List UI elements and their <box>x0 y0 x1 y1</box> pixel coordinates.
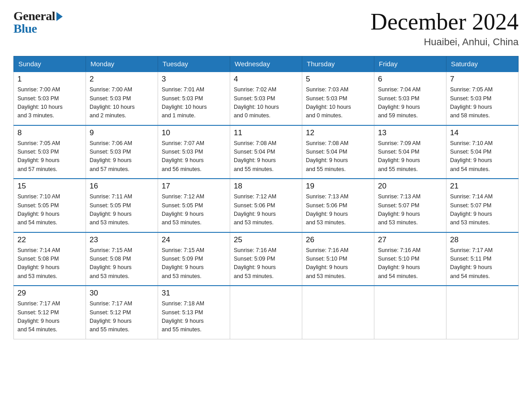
calendar-cell: 7Sunrise: 7:05 AM Sunset: 5:03 PM Daylig… <box>446 72 519 125</box>
calendar-week-row: 15Sunrise: 7:10 AM Sunset: 5:05 PM Dayli… <box>14 179 519 232</box>
calendar-week-row: 1Sunrise: 7:00 AM Sunset: 5:03 PM Daylig… <box>14 72 519 125</box>
day-number: 9 <box>90 128 154 137</box>
calendar-week-row: 22Sunrise: 7:14 AM Sunset: 5:08 PM Dayli… <box>14 232 519 286</box>
calendar-cell: 11Sunrise: 7:08 AM Sunset: 5:04 PM Dayli… <box>230 125 302 179</box>
location-title: Huaibei, Anhui, China <box>370 36 519 48</box>
day-number: 4 <box>234 75 298 84</box>
calendar-cell: 3Sunrise: 7:01 AM Sunset: 5:03 PM Daylig… <box>158 72 230 125</box>
day-info: Sunrise: 7:09 AM Sunset: 5:04 PM Dayligh… <box>378 139 442 174</box>
calendar-cell <box>302 286 374 339</box>
day-number: 3 <box>162 75 226 84</box>
day-info: Sunrise: 7:16 AM Sunset: 5:10 PM Dayligh… <box>306 246 370 281</box>
day-info: Sunrise: 7:17 AM Sunset: 5:11 PM Dayligh… <box>450 246 515 281</box>
day-number: 6 <box>378 75 442 84</box>
column-header-monday: Monday <box>86 56 158 72</box>
day-info: Sunrise: 7:17 AM Sunset: 5:12 PM Dayligh… <box>17 300 82 334</box>
calendar-cell: 15Sunrise: 7:10 AM Sunset: 5:05 PM Dayli… <box>14 179 86 232</box>
calendar-cell: 28Sunrise: 7:17 AM Sunset: 5:11 PM Dayli… <box>446 232 519 286</box>
calendar-cell: 5Sunrise: 7:03 AM Sunset: 5:03 PM Daylig… <box>302 72 374 125</box>
day-number: 1 <box>17 75 82 84</box>
day-info: Sunrise: 7:15 AM Sunset: 5:08 PM Dayligh… <box>90 246 154 281</box>
day-number: 14 <box>450 128 515 137</box>
month-title: December 2024 <box>370 9 519 34</box>
day-info: Sunrise: 7:05 AM Sunset: 5:03 PM Dayligh… <box>17 139 82 174</box>
column-header-thursday: Thursday <box>302 56 374 72</box>
day-number: 11 <box>234 128 298 137</box>
column-header-wednesday: Wednesday <box>230 56 302 72</box>
day-info: Sunrise: 7:10 AM Sunset: 5:05 PM Dayligh… <box>17 193 82 227</box>
calendar-cell: 9Sunrise: 7:06 AM Sunset: 5:03 PM Daylig… <box>86 125 158 179</box>
day-info: Sunrise: 7:05 AM Sunset: 5:03 PM Dayligh… <box>450 86 515 120</box>
calendar-cell <box>446 286 519 339</box>
title-block: December 2024 Huaibei, Anhui, China <box>370 9 519 48</box>
day-number: 18 <box>234 182 298 191</box>
calendar-cell: 1Sunrise: 7:00 AM Sunset: 5:03 PM Daylig… <box>14 72 86 125</box>
day-number: 5 <box>306 75 370 84</box>
day-info: Sunrise: 7:18 AM Sunset: 5:13 PM Dayligh… <box>162 300 226 334</box>
day-number: 22 <box>17 235 82 244</box>
day-info: Sunrise: 7:02 AM Sunset: 5:03 PM Dayligh… <box>234 86 298 120</box>
day-number: 17 <box>162 182 226 191</box>
calendar-cell <box>374 286 446 339</box>
logo-triangle-icon <box>56 12 63 21</box>
day-info: Sunrise: 7:07 AM Sunset: 5:03 PM Dayligh… <box>162 139 226 174</box>
day-number: 7 <box>450 75 515 84</box>
calendar-cell: 27Sunrise: 7:16 AM Sunset: 5:10 PM Dayli… <box>374 232 446 286</box>
calendar-cell: 2Sunrise: 7:00 AM Sunset: 5:03 PM Daylig… <box>86 72 158 125</box>
day-number: 26 <box>306 235 370 244</box>
calendar-cell: 23Sunrise: 7:15 AM Sunset: 5:08 PM Dayli… <box>86 232 158 286</box>
day-info: Sunrise: 7:16 AM Sunset: 5:10 PM Dayligh… <box>378 246 442 281</box>
column-header-saturday: Saturday <box>446 56 519 72</box>
day-number: 16 <box>90 182 154 191</box>
day-number: 12 <box>306 128 370 137</box>
day-number: 30 <box>90 289 154 298</box>
day-info: Sunrise: 7:08 AM Sunset: 5:04 PM Dayligh… <box>234 139 298 174</box>
column-header-sunday: Sunday <box>14 56 86 72</box>
day-number: 24 <box>162 235 226 244</box>
day-info: Sunrise: 7:01 AM Sunset: 5:03 PM Dayligh… <box>162 86 226 120</box>
day-info: Sunrise: 7:14 AM Sunset: 5:08 PM Dayligh… <box>17 246 82 281</box>
calendar-week-row: 8Sunrise: 7:05 AM Sunset: 5:03 PM Daylig… <box>14 125 519 179</box>
calendar-cell: 30Sunrise: 7:17 AM Sunset: 5:12 PM Dayli… <box>86 286 158 339</box>
day-number: 23 <box>90 235 154 244</box>
calendar-cell: 13Sunrise: 7:09 AM Sunset: 5:04 PM Dayli… <box>374 125 446 179</box>
day-number: 2 <box>90 75 154 84</box>
day-number: 28 <box>450 235 515 244</box>
day-info: Sunrise: 7:08 AM Sunset: 5:04 PM Dayligh… <box>306 139 370 174</box>
day-number: 21 <box>450 182 515 191</box>
day-info: Sunrise: 7:03 AM Sunset: 5:03 PM Dayligh… <box>306 86 370 120</box>
column-header-friday: Friday <box>374 56 446 72</box>
calendar-header-row: SundayMondayTuesdayWednesdayThursdayFrid… <box>14 56 519 72</box>
day-info: Sunrise: 7:12 AM Sunset: 5:05 PM Dayligh… <box>162 193 226 227</box>
day-info: Sunrise: 7:14 AM Sunset: 5:07 PM Dayligh… <box>450 193 515 227</box>
day-info: Sunrise: 7:00 AM Sunset: 5:03 PM Dayligh… <box>17 86 82 120</box>
calendar-cell: 12Sunrise: 7:08 AM Sunset: 5:04 PM Dayli… <box>302 125 374 179</box>
logo: General Blue <box>13 9 63 36</box>
day-number: 13 <box>378 128 442 137</box>
day-info: Sunrise: 7:00 AM Sunset: 5:03 PM Dayligh… <box>90 86 154 120</box>
day-info: Sunrise: 7:12 AM Sunset: 5:06 PM Dayligh… <box>234 193 298 227</box>
calendar-cell: 29Sunrise: 7:17 AM Sunset: 5:12 PM Dayli… <box>14 286 86 339</box>
calendar-cell: 4Sunrise: 7:02 AM Sunset: 5:03 PM Daylig… <box>230 72 302 125</box>
day-number: 15 <box>17 182 82 191</box>
calendar-cell: 14Sunrise: 7:10 AM Sunset: 5:04 PM Dayli… <box>446 125 519 179</box>
calendar-cell: 19Sunrise: 7:13 AM Sunset: 5:06 PM Dayli… <box>302 179 374 232</box>
day-number: 20 <box>378 182 442 191</box>
day-info: Sunrise: 7:04 AM Sunset: 5:03 PM Dayligh… <box>378 86 442 120</box>
day-info: Sunrise: 7:17 AM Sunset: 5:12 PM Dayligh… <box>90 300 154 334</box>
calendar-cell: 18Sunrise: 7:12 AM Sunset: 5:06 PM Dayli… <box>230 179 302 232</box>
day-info: Sunrise: 7:13 AM Sunset: 5:07 PM Dayligh… <box>378 193 442 227</box>
day-number: 27 <box>378 235 442 244</box>
calendar-cell: 6Sunrise: 7:04 AM Sunset: 5:03 PM Daylig… <box>374 72 446 125</box>
logo-blue-text: Blue <box>13 21 37 36</box>
calendar-table: SundayMondayTuesdayWednesdayThursdayFrid… <box>13 56 519 339</box>
calendar-cell: 24Sunrise: 7:15 AM Sunset: 5:09 PM Dayli… <box>158 232 230 286</box>
calendar-cell: 21Sunrise: 7:14 AM Sunset: 5:07 PM Dayli… <box>446 179 519 232</box>
page-header: General Blue December 2024 Huaibei, Anhu… <box>13 9 519 48</box>
day-info: Sunrise: 7:16 AM Sunset: 5:09 PM Dayligh… <box>234 246 298 281</box>
day-number: 8 <box>17 128 82 137</box>
calendar-cell: 10Sunrise: 7:07 AM Sunset: 5:03 PM Dayli… <box>158 125 230 179</box>
calendar-cell: 22Sunrise: 7:14 AM Sunset: 5:08 PM Dayli… <box>14 232 86 286</box>
calendar-cell: 8Sunrise: 7:05 AM Sunset: 5:03 PM Daylig… <box>14 125 86 179</box>
day-info: Sunrise: 7:13 AM Sunset: 5:06 PM Dayligh… <box>306 193 370 227</box>
